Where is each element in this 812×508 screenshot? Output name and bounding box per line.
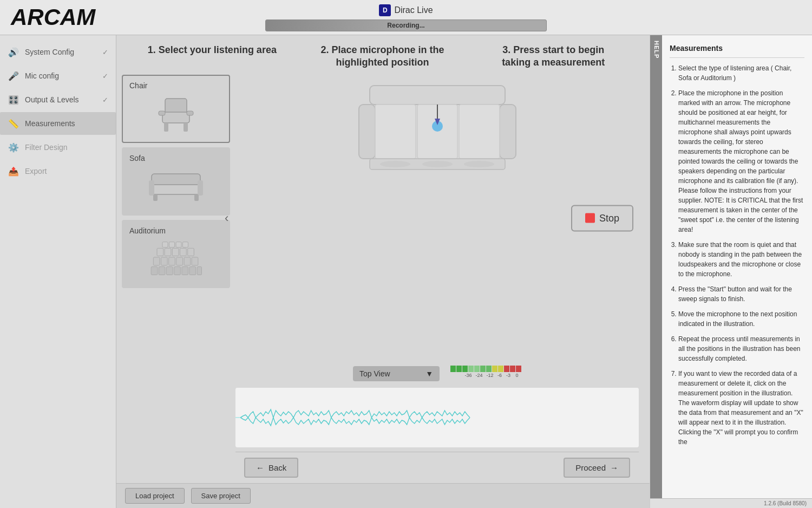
content-body: Chair [116,75,650,483]
help-title: Measurements [670,43,804,58]
sidebar-label-output-levels: Output & Levels [25,95,79,104]
dropdown-chevron-icon: ▼ [425,369,433,378]
auditorium-label: Auditorium [129,226,222,235]
stop-button[interactable]: Stop [571,205,633,231]
svg-rect-5 [187,111,193,115]
view-dropdown[interactable]: Top View ▼ [353,366,440,381]
help-item-3: Make sure that the room is quiet and tha… [678,240,804,279]
header: ARCAM D Dirac Live Recording... [0,0,812,35]
svg-rect-6 [152,174,200,186]
svg-rect-23 [184,257,191,265]
svg-rect-31 [169,242,175,247]
proceed-arrow-icon: → [610,463,618,472]
svg-rect-26 [165,248,171,256]
meter-seg-3 [462,366,468,372]
sofa-image [149,166,203,209]
svg-rect-19 [153,257,160,265]
content-area: 1. Select your listening area 2. Place m… [116,35,650,508]
meter-seg-9 [498,366,503,372]
svg-rect-37 [375,105,416,159]
version-bar: 1.2.6 (Build 8580) [650,498,812,508]
svg-rect-39 [459,105,500,159]
seat-option-chair[interactable]: Chair [122,75,230,143]
svg-rect-10 [153,194,158,201]
sidebar-label-filter-design: Filter Design [25,143,68,152]
svg-rect-3 [184,123,188,132]
sidebar-item-system-config[interactable]: 🔊 System Config ✓ [0,41,116,63]
load-project-button[interactable]: Load project [125,488,185,504]
svg-rect-32 [176,242,181,247]
meter-seg-2 [456,366,462,372]
svg-rect-21 [169,257,175,265]
svg-rect-11 [194,194,199,201]
meter-label-6: -6 [495,373,504,378]
meter-label-36: -36 [463,373,474,378]
sidebar-item-output-levels[interactable]: 🎛️ Output & Levels ✓ [0,88,116,111]
proceed-button[interactable]: Proceed → [564,458,630,478]
stop-label: Stop [599,212,619,224]
speaker-icon: 🔊 [8,46,19,58]
meter-label-24: -24 [474,373,484,378]
seat-option-auditorium[interactable]: Auditorium [122,220,230,288]
meter-seg-12 [516,366,521,372]
svg-rect-7 [152,185,200,194]
measurements-icon: 📏 [8,118,19,129]
main-layout: 🔊 System Config ✓ 🎤 Mic config ✓ 🎛️ Outp… [0,35,812,508]
sidebar: 🔊 System Config ✓ 🎤 Mic config ✓ 🎛️ Outp… [0,35,116,508]
svg-rect-30 [162,242,168,247]
waveform-container [235,388,639,447]
progress-bar: Recording... [265,19,547,31]
svg-rect-0 [165,99,187,114]
save-project-button[interactable]: Save project [191,488,251,504]
svg-rect-2 [164,123,168,132]
svg-rect-25 [157,248,163,256]
back-button[interactable]: ← Back [244,458,298,478]
meter-seg-4 [468,366,474,372]
step-1: 1. Select your listening area [148,44,277,69]
svg-rect-29 [188,248,194,256]
meter-seg-7 [486,366,492,372]
help-item-7: If you want to view the recorded data of… [678,369,804,447]
sidebar-label-mic-config: Mic config [25,71,59,80]
filter-icon: ⚙️ [8,141,19,153]
meter-seg-10 [504,366,509,372]
svg-rect-18 [197,266,201,275]
step-2: 2. Place microphone in the highlighted p… [318,44,448,69]
help-content: Measurements Select the type of listenin… [662,35,812,498]
help-tab[interactable]: HELP [650,35,662,498]
dirac-header: D Dirac Live [379,4,433,16]
sofa-illustration [348,77,527,197]
svg-rect-13 [159,266,165,275]
help-item-6: Repeat the process until measurements in… [678,334,804,363]
auditorium-image [149,238,203,282]
check-mic-config: ✓ [102,72,108,80]
stop-area: Stop [571,205,633,231]
back-arrow-icon: ← [256,463,264,472]
meter-bars [450,365,521,373]
sofa-label: Sofa [129,154,222,162]
seat-option-sofa[interactable]: Sofa [122,147,230,216]
nav-arrow-left[interactable]: ‹ [225,211,228,225]
sidebar-item-filter-design[interactable]: ⚙️ Filter Design [0,136,116,159]
steps-header: 1. Select your listening area 2. Place m… [116,35,650,75]
progress-label: Recording... [387,22,424,29]
step-1-label: 1. Select your listening area [148,44,277,56]
dirac-title: Dirac Live [394,5,433,15]
level-meter: -36 -24 -12 -6 -3 0 [450,365,521,378]
step-3: 3. Press start to begin taking a measure… [488,44,618,69]
chair-image [149,93,203,136]
svg-rect-14 [167,266,173,275]
help-item-1: Select the type of listening area ( Chai… [678,63,804,83]
help-list: Select the type of listening area ( Chai… [670,63,804,447]
help-panel: HELP Measurements Select the type of lis… [650,35,812,508]
help-panel-inner: HELP Measurements Select the type of lis… [650,35,812,498]
meter-labels: -36 -24 -12 -6 -3 0 [463,373,521,378]
sidebar-item-mic-config[interactable]: 🎤 Mic config ✓ [0,64,116,87]
sidebar-item-export[interactable]: 📤 Export [0,160,116,183]
svg-point-42 [422,161,453,167]
svg-rect-20 [161,257,168,265]
sidebar-item-measurements[interactable]: 📏 Measurements [0,112,116,135]
sidebar-label-system-config: System Config [25,48,74,56]
proceed-label: Proceed [575,463,606,472]
mic-icon: 🎤 [8,70,19,82]
